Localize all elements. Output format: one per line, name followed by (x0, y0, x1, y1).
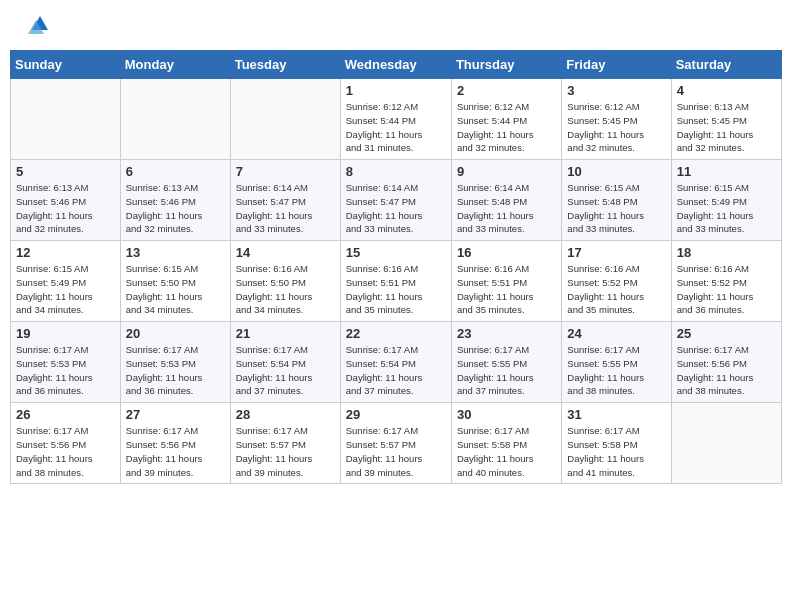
calendar-cell: 22Sunrise: 6:17 AM Sunset: 5:54 PM Dayli… (340, 322, 451, 403)
day-info: Sunrise: 6:14 AM Sunset: 5:48 PM Dayligh… (457, 181, 556, 236)
day-number: 5 (16, 164, 115, 179)
day-info: Sunrise: 6:17 AM Sunset: 5:57 PM Dayligh… (346, 424, 446, 479)
day-info: Sunrise: 6:17 AM Sunset: 5:58 PM Dayligh… (457, 424, 556, 479)
day-info: Sunrise: 6:16 AM Sunset: 5:50 PM Dayligh… (236, 262, 335, 317)
calendar-cell: 8Sunrise: 6:14 AM Sunset: 5:47 PM Daylig… (340, 160, 451, 241)
day-number: 21 (236, 326, 335, 341)
calendar-header: SundayMondayTuesdayWednesdayThursdayFrid… (11, 51, 782, 79)
day-info: Sunrise: 6:17 AM Sunset: 5:53 PM Dayligh… (16, 343, 115, 398)
day-number: 2 (457, 83, 556, 98)
calendar-cell: 28Sunrise: 6:17 AM Sunset: 5:57 PM Dayli… (230, 403, 340, 484)
day-number: 16 (457, 245, 556, 260)
calendar-week-2: 5Sunrise: 6:13 AM Sunset: 5:46 PM Daylig… (11, 160, 782, 241)
day-number: 6 (126, 164, 225, 179)
calendar-table: SundayMondayTuesdayWednesdayThursdayFrid… (10, 50, 782, 484)
day-info: Sunrise: 6:12 AM Sunset: 5:44 PM Dayligh… (346, 100, 446, 155)
calendar-cell: 3Sunrise: 6:12 AM Sunset: 5:45 PM Daylig… (562, 79, 671, 160)
calendar-cell (120, 79, 230, 160)
calendar-cell: 21Sunrise: 6:17 AM Sunset: 5:54 PM Dayli… (230, 322, 340, 403)
calendar-cell: 4Sunrise: 6:13 AM Sunset: 5:45 PM Daylig… (671, 79, 781, 160)
day-number: 26 (16, 407, 115, 422)
day-number: 19 (16, 326, 115, 341)
calendar-cell: 7Sunrise: 6:14 AM Sunset: 5:47 PM Daylig… (230, 160, 340, 241)
day-info: Sunrise: 6:17 AM Sunset: 5:58 PM Dayligh… (567, 424, 665, 479)
calendar-week-5: 26Sunrise: 6:17 AM Sunset: 5:56 PM Dayli… (11, 403, 782, 484)
day-number: 25 (677, 326, 776, 341)
calendar-cell: 1Sunrise: 6:12 AM Sunset: 5:44 PM Daylig… (340, 79, 451, 160)
weekday-row: SundayMondayTuesdayWednesdayThursdayFrid… (11, 51, 782, 79)
calendar-cell: 6Sunrise: 6:13 AM Sunset: 5:46 PM Daylig… (120, 160, 230, 241)
weekday-header-tuesday: Tuesday (230, 51, 340, 79)
day-info: Sunrise: 6:12 AM Sunset: 5:45 PM Dayligh… (567, 100, 665, 155)
day-number: 29 (346, 407, 446, 422)
weekday-header-saturday: Saturday (671, 51, 781, 79)
day-info: Sunrise: 6:16 AM Sunset: 5:51 PM Dayligh… (457, 262, 556, 317)
calendar-cell: 12Sunrise: 6:15 AM Sunset: 5:49 PM Dayli… (11, 241, 121, 322)
day-info: Sunrise: 6:15 AM Sunset: 5:49 PM Dayligh… (16, 262, 115, 317)
day-number: 17 (567, 245, 665, 260)
calendar-week-1: 1Sunrise: 6:12 AM Sunset: 5:44 PM Daylig… (11, 79, 782, 160)
day-number: 31 (567, 407, 665, 422)
day-number: 10 (567, 164, 665, 179)
day-number: 3 (567, 83, 665, 98)
calendar-cell: 27Sunrise: 6:17 AM Sunset: 5:56 PM Dayli… (120, 403, 230, 484)
weekday-header-sunday: Sunday (11, 51, 121, 79)
calendar-cell: 19Sunrise: 6:17 AM Sunset: 5:53 PM Dayli… (11, 322, 121, 403)
day-info: Sunrise: 6:17 AM Sunset: 5:56 PM Dayligh… (16, 424, 115, 479)
day-number: 24 (567, 326, 665, 341)
day-number: 20 (126, 326, 225, 341)
day-number: 28 (236, 407, 335, 422)
day-info: Sunrise: 6:15 AM Sunset: 5:49 PM Dayligh… (677, 181, 776, 236)
day-number: 18 (677, 245, 776, 260)
day-info: Sunrise: 6:16 AM Sunset: 5:52 PM Dayligh… (567, 262, 665, 317)
calendar-container: SundayMondayTuesdayWednesdayThursdayFrid… (0, 50, 792, 494)
day-info: Sunrise: 6:13 AM Sunset: 5:45 PM Dayligh… (677, 100, 776, 155)
day-number: 1 (346, 83, 446, 98)
calendar-cell: 25Sunrise: 6:17 AM Sunset: 5:56 PM Dayli… (671, 322, 781, 403)
page-header (0, 0, 792, 50)
day-number: 22 (346, 326, 446, 341)
calendar-cell (230, 79, 340, 160)
day-info: Sunrise: 6:17 AM Sunset: 5:57 PM Dayligh… (236, 424, 335, 479)
day-number: 11 (677, 164, 776, 179)
calendar-cell: 13Sunrise: 6:15 AM Sunset: 5:50 PM Dayli… (120, 241, 230, 322)
day-number: 23 (457, 326, 556, 341)
day-info: Sunrise: 6:15 AM Sunset: 5:50 PM Dayligh… (126, 262, 225, 317)
calendar-cell: 16Sunrise: 6:16 AM Sunset: 5:51 PM Dayli… (451, 241, 561, 322)
day-number: 9 (457, 164, 556, 179)
calendar-cell: 11Sunrise: 6:15 AM Sunset: 5:49 PM Dayli… (671, 160, 781, 241)
calendar-cell: 23Sunrise: 6:17 AM Sunset: 5:55 PM Dayli… (451, 322, 561, 403)
weekday-header-friday: Friday (562, 51, 671, 79)
calendar-cell: 24Sunrise: 6:17 AM Sunset: 5:55 PM Dayli… (562, 322, 671, 403)
weekday-header-thursday: Thursday (451, 51, 561, 79)
day-info: Sunrise: 6:13 AM Sunset: 5:46 PM Dayligh… (126, 181, 225, 236)
calendar-cell: 31Sunrise: 6:17 AM Sunset: 5:58 PM Dayli… (562, 403, 671, 484)
day-number: 27 (126, 407, 225, 422)
calendar-cell: 18Sunrise: 6:16 AM Sunset: 5:52 PM Dayli… (671, 241, 781, 322)
calendar-cell: 10Sunrise: 6:15 AM Sunset: 5:48 PM Dayli… (562, 160, 671, 241)
day-info: Sunrise: 6:13 AM Sunset: 5:46 PM Dayligh… (16, 181, 115, 236)
weekday-header-wednesday: Wednesday (340, 51, 451, 79)
day-number: 15 (346, 245, 446, 260)
day-info: Sunrise: 6:14 AM Sunset: 5:47 PM Dayligh… (346, 181, 446, 236)
day-info: Sunrise: 6:12 AM Sunset: 5:44 PM Dayligh… (457, 100, 556, 155)
day-number: 4 (677, 83, 776, 98)
day-info: Sunrise: 6:17 AM Sunset: 5:54 PM Dayligh… (236, 343, 335, 398)
day-info: Sunrise: 6:14 AM Sunset: 5:47 PM Dayligh… (236, 181, 335, 236)
day-info: Sunrise: 6:17 AM Sunset: 5:53 PM Dayligh… (126, 343, 225, 398)
weekday-header-monday: Monday (120, 51, 230, 79)
day-number: 7 (236, 164, 335, 179)
logo-icon (20, 12, 50, 42)
day-info: Sunrise: 6:16 AM Sunset: 5:51 PM Dayligh… (346, 262, 446, 317)
day-number: 13 (126, 245, 225, 260)
calendar-cell: 14Sunrise: 6:16 AM Sunset: 5:50 PM Dayli… (230, 241, 340, 322)
calendar-cell: 20Sunrise: 6:17 AM Sunset: 5:53 PM Dayli… (120, 322, 230, 403)
day-number: 30 (457, 407, 556, 422)
day-info: Sunrise: 6:15 AM Sunset: 5:48 PM Dayligh… (567, 181, 665, 236)
day-number: 14 (236, 245, 335, 260)
calendar-cell: 2Sunrise: 6:12 AM Sunset: 5:44 PM Daylig… (451, 79, 561, 160)
calendar-body: 1Sunrise: 6:12 AM Sunset: 5:44 PM Daylig… (11, 79, 782, 484)
logo (20, 12, 54, 42)
day-info: Sunrise: 6:17 AM Sunset: 5:54 PM Dayligh… (346, 343, 446, 398)
calendar-week-4: 19Sunrise: 6:17 AM Sunset: 5:53 PM Dayli… (11, 322, 782, 403)
